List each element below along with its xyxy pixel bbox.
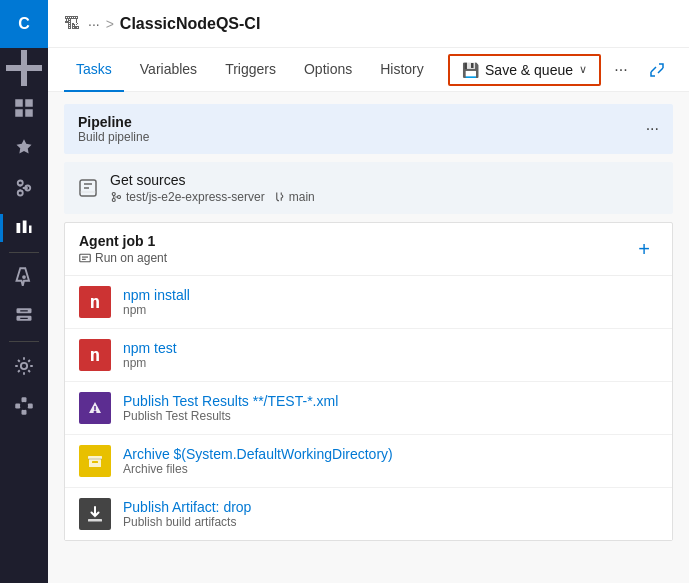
tab-options[interactable]: Options [292,48,364,92]
tab-history[interactable]: History [368,48,436,92]
sidebar-item-repos[interactable] [0,168,48,208]
svg-rect-26 [88,519,102,522]
publish-artifact-icon [79,498,111,530]
publish-test-results-icon [79,392,111,424]
svg-rect-9 [28,404,33,409]
npm-install-title: npm install [123,287,658,303]
svg-rect-0 [15,99,23,107]
svg-rect-24 [92,461,98,463]
svg-rect-18 [82,257,88,258]
save-queue-label: Save & queue [485,62,573,78]
task-archive[interactable]: Archive $(System.DefaultWorkingDirectory… [65,435,672,488]
pipeline-content: Pipeline Build pipeline ··· Get sources [48,92,689,583]
npm-test-title: npm test [123,340,658,356]
get-sources-branch: main [273,190,315,204]
publish-artifact-sub: Publish build artifacts [123,515,658,529]
svg-point-16 [118,196,121,199]
get-sources-title: Get sources [110,172,315,188]
sidebar-logo[interactable]: C [0,0,48,48]
svg-rect-10 [22,397,27,402]
svg-point-7 [21,363,27,369]
svg-point-15 [112,199,115,202]
sidebar-divider-2 [9,341,39,342]
svg-rect-19 [82,259,86,260]
npm-test-icon: n [79,339,111,371]
dropdown-arrow-icon: ∨ [579,63,587,76]
pipeline-section-title: Pipeline [78,114,149,130]
breadcrumb: ··· > ClassicNodeQS-CI [88,15,260,33]
svg-point-4 [22,275,26,279]
sidebar-item-add[interactable] [0,48,48,88]
publish-artifact-title: Publish Artifact: drop [123,499,658,515]
svg-rect-3 [25,109,33,117]
publish-test-results-info: Publish Test Results **/TEST-*.xml Publi… [123,393,658,423]
page-title: ClassicNodeQS-CI [120,15,260,33]
sidebar-item-settings[interactable] [0,346,48,386]
archive-info: Archive $(System.DefaultWorkingDirectory… [123,446,658,476]
sidebar-item-artifacts[interactable] [0,297,48,337]
more-options-button[interactable]: ··· [605,54,637,86]
breadcrumb-more[interactable]: ··· [88,16,100,32]
agent-job-add-button[interactable]: + [630,235,658,263]
agent-job-header[interactable]: Agent job 1 Run on agent + [65,223,672,276]
expand-button[interactable] [641,54,673,86]
sidebar: C [0,0,48,583]
svg-point-20 [94,411,97,414]
tabs-row: Tasks Variables Triggers Options History… [48,48,689,92]
get-sources-icon [78,178,98,198]
pipeline-section-info: Pipeline Build pipeline [78,114,149,144]
pipeline-icon: 🏗 [64,15,80,33]
archive-icon [79,445,111,477]
header: 🏗 ··· > ClassicNodeQS-CI [48,0,689,48]
get-sources-row[interactable]: Get sources test/js-e2e-express-server [64,162,673,214]
publish-test-results-title: Publish Test Results **/TEST-*.xml [123,393,658,409]
npm-install-icon: n [79,286,111,318]
task-npm-install[interactable]: n npm install npm [65,276,672,329]
task-publish-test-results[interactable]: Publish Test Results **/TEST-*.xml Publi… [65,382,672,435]
svg-point-14 [112,193,115,196]
sidebar-item-test[interactable] [0,257,48,297]
archive-title: Archive $(System.DefaultWorkingDirectory… [123,446,658,462]
save-icon: 💾 [462,62,479,78]
pipeline-section[interactable]: Pipeline Build pipeline ··· [64,104,673,154]
get-sources-repo: test/js-e2e-express-server [110,190,265,204]
sidebar-item-pipelines[interactable] [0,208,48,248]
npm-install-sub: npm [123,303,658,317]
svg-rect-22 [88,456,102,459]
svg-rect-17 [80,254,91,262]
agent-job-title: Agent job 1 [79,233,167,249]
svg-rect-11 [22,410,27,415]
archive-sub: Archive files [123,462,658,476]
svg-rect-8 [15,404,20,409]
publish-artifact-info: Publish Artifact: drop Publish build art… [123,499,658,529]
pipeline-section-more-button[interactable]: ··· [646,120,659,138]
tab-variables[interactable]: Variables [128,48,209,92]
tab-tasks[interactable]: Tasks [64,48,124,92]
npm-test-sub: npm [123,356,658,370]
pipeline-section-sub: Build pipeline [78,130,149,144]
svg-rect-2 [15,109,23,117]
sidebar-item-work[interactable] [0,128,48,168]
publish-test-results-sub: Publish Test Results [123,409,658,423]
sidebar-item-overview[interactable] [0,88,48,128]
svg-rect-1 [25,99,33,107]
task-publish-artifact[interactable]: Publish Artifact: drop Publish build art… [65,488,672,540]
npm-install-info: npm install npm [123,287,658,317]
task-npm-test[interactable]: n npm test npm [65,329,672,382]
sidebar-divider [9,252,39,253]
tab-triggers[interactable]: Triggers [213,48,288,92]
breadcrumb-separator: > [106,16,114,32]
save-queue-button[interactable]: 💾 Save & queue ∨ [448,54,601,86]
svg-rect-21 [94,406,96,410]
get-sources-info: Get sources test/js-e2e-express-server [110,172,315,204]
main-content: 🏗 ··· > ClassicNodeQS-CI Tasks Variables… [48,0,689,583]
sidebar-item-extensions[interactable] [0,386,48,426]
agent-job-section: Agent job 1 Run on agent + n [64,222,673,541]
agent-job-info: Agent job 1 Run on agent [79,233,167,265]
agent-job-sub: Run on agent [79,251,167,265]
get-sources-meta: test/js-e2e-express-server main [110,190,315,204]
npm-test-info: npm test npm [123,340,658,370]
